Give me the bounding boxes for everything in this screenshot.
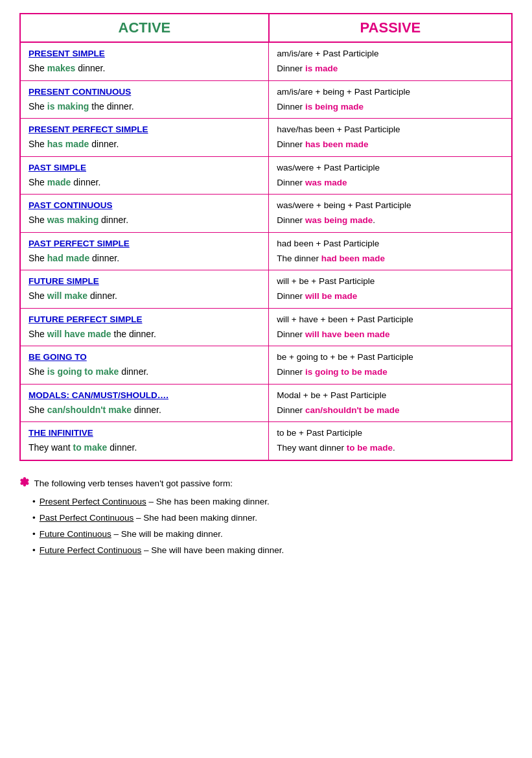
passive-sentence-2: Dinner has been made [277,139,368,149]
passive-cell-1: am/is/are + being + Past ParticipleDinne… [269,80,512,119]
passive-formula-8: be + going to + be + Past Participle [277,351,503,364]
tense-label-8: BE GOING TO [29,351,260,364]
passive-cell-3: was/were + Past ParticipleDinner was mad… [269,156,512,195]
active-cell-5: PAST PERFECT SIMPLEShe had made dinner. [20,232,269,270]
notes-intro: ✽ The following verb tenses haven't got … [19,473,513,493]
passive-cell-2: have/has been + Past ParticipleDinner ha… [269,119,512,157]
active-sentence-9: She can/shouldn't make dinner. [29,405,161,415]
active-cell-6: FUTURE SIMPLEShe will make dinner. [20,270,269,309]
passive-formula-4: was/were + being + Past Participle [277,199,503,212]
passive-formula-1: am/is/are + being + Past Participle [277,86,503,99]
passive-sentence-5: The dinner had been made [277,254,385,263]
notes-list: Present Perfect Continuous – She has bee… [32,495,513,558]
passive-sentence-6: Dinner will be made [277,291,357,301]
tense-label-1: PRESENT CONTINUOUS [29,86,260,99]
passive-sentence-1: Dinner is being made [277,102,364,112]
tense-label-7: FUTURE PERFECT SIMPLE [29,313,260,326]
active-cell-1: PRESENT CONTINUOUSShe is making the dinn… [20,80,269,119]
passive-cell-0: am/is/are + Past ParticipleDinner is mad… [269,42,512,80]
active-header: ACTIVE [20,14,269,42]
active-cell-10: THE INFINITIVEThey want to make dinner. [20,422,269,460]
passive-cell-10: to be + Past ParticipleThey want dinner … [269,422,512,460]
active-sentence-8: She is going to make dinner. [29,366,148,377]
tense-label-10: THE INFINITIVE [29,427,260,440]
tense-label-9: MODALS: CAN/MUST/SHOULD…. [29,389,260,402]
tense-label-0: PRESENT SIMPLE [29,47,260,60]
passive-formula-0: am/is/are + Past Participle [277,47,503,60]
passive-cell-9: Modal + be + Past ParticipleDinner can/s… [269,384,512,422]
active-sentence-10: They want to make dinner. [29,442,137,453]
passive-formula-7: will + have + been + Past Participle [277,313,503,326]
notes-item-2: Future Continuous – She will be making d… [32,527,513,542]
active-sentence-0: She makes dinner. [29,63,105,73]
active-cell-7: FUTURE PERFECT SIMPLEShe will have made … [20,308,269,346]
active-cell-3: PAST SIMPLEShe made dinner. [20,156,269,195]
asterisk-icon: ✽ [19,476,29,489]
tense-label-5: PAST PERFECT SIMPLE [29,237,260,250]
passive-sentence-3: Dinner was made [277,178,347,187]
passive-formula-3: was/were + Past Participle [277,161,503,174]
tense-label-4: PAST CONTINUOUS [29,199,260,212]
passive-sentence-9: Dinner can/shouldn't be made [277,405,399,415]
active-cell-2: PRESENT PERFECT SIMPLEShe has made dinne… [20,119,269,157]
passive-cell-8: be + going to + be + Past ParticipleDinn… [269,346,512,385]
passive-formula-10: to be + Past Participle [277,427,503,440]
passive-cell-7: will + have + been + Past ParticipleDinn… [269,308,512,346]
passive-cell-4: was/were + being + Past ParticipleDinner… [269,195,512,233]
passive-sentence-0: Dinner is made [277,64,338,73]
passive-sentence-8: Dinner is going to be made [277,367,387,377]
active-cell-0: PRESENT SIMPLEShe makes dinner. [20,42,269,80]
tense-label-2: PRESENT PERFECT SIMPLE [29,123,260,136]
active-sentence-1: She is making the dinner. [29,101,134,112]
passive-formula-6: will + be + Past Participle [277,275,503,288]
passive-cell-6: will + be + Past ParticipleDinner will b… [269,270,512,309]
passive-sentence-7: Dinner will have been made [277,329,389,339]
active-sentence-4: She was making dinner. [29,215,128,225]
active-cell-9: MODALS: CAN/MUST/SHOULD….She can/shouldn… [20,384,269,422]
tense-label-6: FUTURE SIMPLE [29,275,260,288]
active-sentence-6: She will make dinner. [29,290,117,301]
notes-item-1: Past Perfect Continuous – She had been m… [32,511,513,526]
passive-cell-5: had been + Past ParticipleThe dinner had… [269,232,512,270]
notes-section: ✽ The following verb tenses haven't got … [19,473,513,558]
tense-label-3: PAST SIMPLE [29,161,260,174]
active-sentence-5: She had made dinner. [29,253,119,263]
grammar-table: ACTIVE PASSIVE PRESENT SIMPLEShe makes d… [19,13,513,461]
notes-intro-text: The following verb tenses haven't got pa… [34,479,233,488]
passive-formula-5: had been + Past Participle [277,237,503,250]
active-sentence-3: She made dinner. [29,177,100,187]
active-sentence-7: She will have made the dinner. [29,329,156,339]
passive-formula-2: have/has been + Past Participle [277,123,503,136]
notes-item-3: Future Perfect Continuous – She will hav… [32,543,513,558]
active-cell-4: PAST CONTINUOUSShe was making dinner. [20,195,269,233]
passive-formula-9: Modal + be + Past Participle [277,389,503,402]
active-cell-8: BE GOING TOShe is going to make dinner. [20,346,269,385]
passive-header: PASSIVE [269,14,512,42]
notes-item-0: Present Perfect Continuous – She has bee… [32,495,513,510]
active-sentence-2: She has made dinner. [29,139,119,149]
passive-sentence-4: Dinner was being made. [277,215,375,225]
passive-sentence-10: They want dinner to be made. [277,443,395,453]
